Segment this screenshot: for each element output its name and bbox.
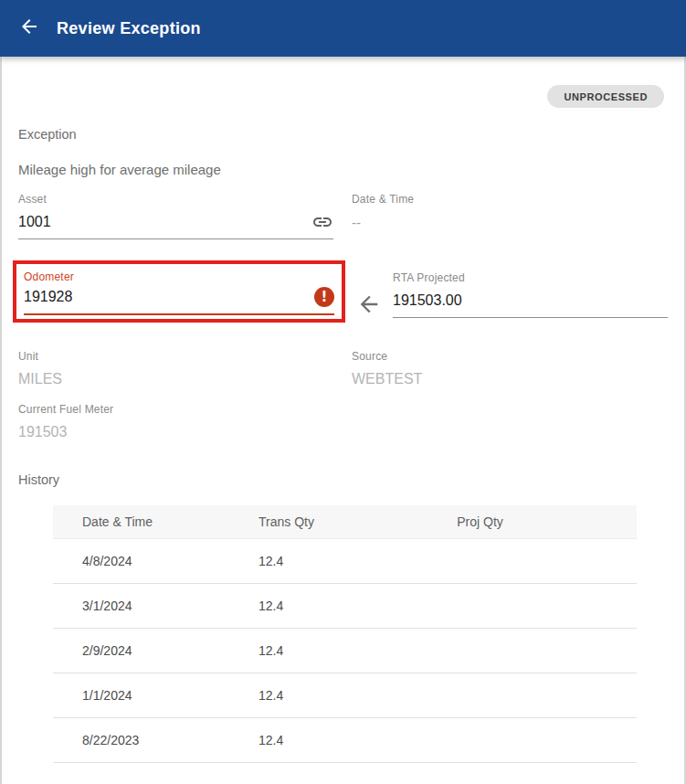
- history-label: History: [18, 472, 59, 487]
- rta-projected-label: RTA Projected: [393, 271, 668, 284]
- odometer-label: Odometer: [24, 270, 334, 283]
- unit-value: MILES: [18, 371, 62, 387]
- cell-date: 8/22/2023: [53, 733, 229, 747]
- asset-field[interactable]: Asset 1001: [18, 193, 333, 239]
- asset-value[interactable]: 1001: [18, 214, 51, 230]
- date-time-field: Date & Time --: [352, 193, 626, 236]
- source-field: Source WEBTEST: [352, 350, 626, 393]
- exception-label: Exception: [18, 127, 77, 142]
- rta-projected-value[interactable]: 191503.00: [393, 292, 462, 309]
- unit-label: Unit: [18, 350, 292, 363]
- odometer-value[interactable]: 191928: [24, 289, 72, 305]
- rta-projected-field[interactable]: RTA Projected 191503.00: [393, 271, 668, 318]
- source-value: WEBTEST: [352, 371, 422, 387]
- app-bar: Review Exception: [0, 0, 686, 57]
- back-button[interactable]: [11, 10, 47, 47]
- table-header-row: Date & Time Trans Qty Proj Qty: [53, 505, 637, 539]
- table-row: 4/8/2024 12.4: [53, 539, 637, 584]
- cell-trans-qty: 12.4: [229, 599, 427, 613]
- column-header-trans-qty: Trans Qty: [229, 514, 427, 529]
- table-row: 1/1/2024 12.4: [53, 673, 637, 718]
- current-fuel-meter-label: Current Fuel Meter: [18, 403, 292, 416]
- cell-trans-qty: 12.4: [229, 554, 427, 568]
- history-table: Date & Time Trans Qty Proj Qty 4/8/2024 …: [53, 505, 637, 763]
- annotation-highlight: Odometer 191928 !: [13, 260, 345, 323]
- unit-field: Unit MILES: [18, 350, 292, 393]
- table-row: 2/9/2024 12.4: [53, 629, 637, 673]
- odometer-field[interactable]: Odometer 191928 !: [24, 270, 334, 315]
- cell-date: 1/1/2024: [53, 688, 229, 703]
- source-label: Source: [352, 350, 626, 363]
- exception-message: Mileage high for average mileage: [18, 162, 221, 177]
- cell-trans-qty: 12.4: [229, 733, 427, 747]
- cell-trans-qty: 12.4: [229, 643, 427, 658]
- link-icon[interactable]: [311, 211, 333, 233]
- current-fuel-meter-value: 191503: [18, 424, 67, 440]
- cell-date: 2/9/2024: [53, 643, 229, 658]
- status-badge: UNPROCESSED: [547, 85, 664, 108]
- page-title: Review Exception: [57, 19, 201, 38]
- asset-label: Asset: [18, 193, 333, 206]
- arrow-left-icon: [18, 16, 40, 41]
- arrow-left-compare-icon: [356, 291, 382, 317]
- date-time-label: Date & Time: [352, 193, 626, 206]
- date-time-value: --: [352, 215, 361, 230]
- column-header-date-time: Date & Time: [53, 514, 229, 529]
- cell-date: 4/8/2024: [53, 554, 229, 568]
- cell-trans-qty: 12.4: [229, 688, 427, 703]
- cell-date: 3/1/2024: [53, 599, 229, 613]
- current-fuel-meter-field: Current Fuel Meter 191503: [18, 403, 292, 446]
- table-row: 8/22/2023 12.4: [53, 718, 637, 763]
- error-icon[interactable]: !: [314, 287, 334, 307]
- column-header-proj-qty: Proj Qty: [427, 514, 637, 529]
- table-row: 3/1/2024 12.4: [53, 584, 637, 629]
